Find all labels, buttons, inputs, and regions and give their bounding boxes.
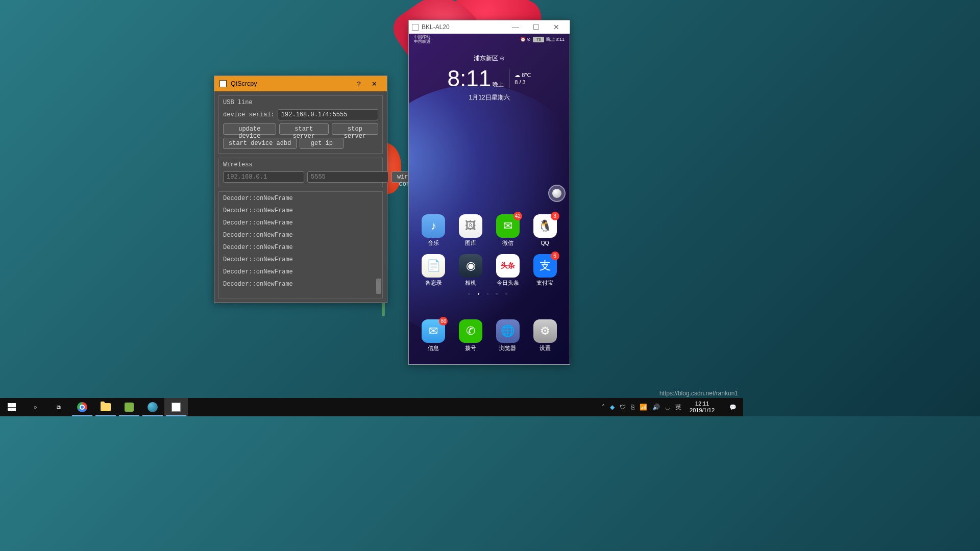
phone-screen[interactable]: 中国移动 中国联通 ⏰ ⊘ 78 晚上8:11 浦东新区 ⊙ 8:11晚上 ☁ …: [409, 34, 570, 364]
app-浏览器[interactable]: 🌐浏览器: [493, 319, 523, 352]
qt-title-text: QtScrcpy: [231, 80, 351, 87]
phone-minimize-button[interactable]: —: [505, 23, 526, 31]
phone-close-button[interactable]: ✕: [546, 23, 567, 31]
badge: 3: [551, 212, 559, 220]
windows-taskbar: ○ ⧉ ˄ ◆ 🛡 ⎘ 📶 🔊 ◡ 英 12:112019/1/12 💬: [0, 398, 743, 416]
device-serial-input[interactable]: [278, 109, 378, 120]
divider: [509, 69, 509, 88]
badge: 42: [513, 212, 522, 220]
app-label: 支付宝: [530, 280, 560, 287]
app-icon: 头条: [496, 254, 520, 278]
tray-sync-icon[interactable]: ⎘: [631, 404, 634, 411]
app-label: 拨号: [455, 345, 486, 352]
get-ip-button[interactable]: get ip: [300, 138, 344, 149]
weather-info: ☁ 8℃ 8 / 3: [514, 71, 531, 86]
tray-ime-label[interactable]: 英: [675, 403, 681, 412]
app-微信[interactable]: ✉微信42: [493, 214, 523, 247]
app-icon: ◉: [459, 254, 482, 278]
qt-close-button[interactable]: ✕: [366, 80, 382, 88]
app-设置[interactable]: ⚙设置: [530, 319, 560, 352]
start-server-button[interactable]: start server: [279, 123, 329, 135]
phone-mirror-window: BKL-AL20 — ☐ ✕ 中国移动 中国联通 ⏰ ⊘ 78 晚上8:11 浦…: [408, 20, 570, 365]
tray-chevron-icon[interactable]: ˄: [602, 404, 605, 411]
app-拨号[interactable]: ✆拨号: [455, 319, 486, 352]
device-serial-label: device serial:: [223, 111, 275, 118]
phone-title-text: BKL-AL20: [422, 23, 505, 31]
app-label: 浏览器: [493, 345, 523, 352]
log-line: Decoder::onNewFrame: [223, 207, 378, 214]
tray-volume-icon[interactable]: 🔊: [652, 404, 660, 411]
phone-titlebar[interactable]: BKL-AL20 — ☐ ✕: [409, 20, 570, 34]
log-line: Decoder::onNewFrame: [223, 232, 378, 239]
app-icon: 🖼: [459, 214, 482, 238]
app-相机[interactable]: ◉相机: [455, 254, 486, 287]
app-icon: ✆: [459, 319, 482, 343]
app-label: 相机: [455, 280, 486, 287]
app-label: 设置: [530, 345, 560, 352]
log-line: Decoder::onNewFrame: [223, 281, 378, 288]
phone-maximize-button[interactable]: ☐: [526, 23, 546, 31]
qt-help-button[interactable]: ?: [351, 80, 366, 88]
app-label: QQ: [530, 240, 560, 246]
app-音乐[interactable]: ♪音乐: [418, 214, 449, 247]
app-备忘录[interactable]: 📄备忘录: [418, 254, 449, 287]
wireless-group: Wireless wireless connect: [218, 158, 383, 187]
usb-group-title: USB line: [223, 99, 378, 106]
wireless-port-input[interactable]: [307, 171, 388, 183]
log-line: Decoder::onNewFrame: [223, 268, 378, 276]
log-scrollbar-thumb[interactable]: [376, 279, 381, 294]
app-label: 信息: [418, 345, 449, 352]
date-label: 1月12日星期六: [409, 93, 570, 102]
phone-dock: ✉信息86✆拨号🌐浏览器⚙设置: [409, 319, 570, 359]
start-device-adbd-button[interactable]: start device adbd: [223, 138, 297, 149]
app-信息[interactable]: ✉信息86: [418, 319, 449, 352]
app-icon: 📄: [422, 254, 445, 278]
taskbar-app-green[interactable]: [117, 398, 141, 416]
app-icon: ♪: [422, 214, 445, 238]
tray-wifi-icon[interactable]: 📶: [640, 404, 647, 411]
app-QQ[interactable]: 🐧QQ3: [530, 214, 560, 247]
taskbar-explorer[interactable]: [94, 398, 117, 416]
tray-shield-icon[interactable]: 🛡: [620, 404, 626, 411]
taskbar-chrome[interactable]: [70, 398, 94, 416]
log-output[interactable]: Decoder::onNewFrameDecoder::onNewFrameDe…: [218, 191, 383, 298]
qt-titlebar[interactable]: QtScrcpy ? ✕: [214, 76, 387, 91]
app-label: 备忘录: [418, 280, 449, 287]
taskbar-clock[interactable]: 12:112019/1/12: [687, 400, 718, 414]
phone-app-icon: [412, 24, 419, 31]
tray-ime-toggle-icon[interactable]: ◡: [665, 404, 670, 411]
wireless-ip-input[interactable]: [223, 171, 304, 183]
cortana-button[interactable]: ○: [23, 398, 47, 416]
app-icon: 🌐: [496, 319, 520, 343]
app-图库[interactable]: 🖼图库: [455, 214, 486, 247]
app-label: 今日头条: [493, 280, 523, 287]
usb-group: USB line device serial: update device st…: [218, 95, 383, 154]
badge: 6: [551, 252, 559, 260]
app-支付宝[interactable]: 支支付宝6: [530, 254, 560, 287]
qt-app-icon: [219, 80, 227, 87]
app-grid: ♪音乐🖼图库✉微信42🐧QQ3 📄备忘录◉相机头条今日头条支支付宝6 ○ ● ○…: [409, 214, 570, 295]
stop-server-button[interactable]: stop server: [332, 123, 378, 135]
app-label: 图库: [455, 240, 486, 247]
log-line: Decoder::onNewFrame: [223, 219, 378, 227]
notification-button[interactable]: 💬: [723, 398, 743, 416]
battery-icon: 78: [533, 37, 544, 42]
floating-nav-button[interactable]: [548, 185, 566, 202]
taskbar-qtscrcpy[interactable]: [164, 398, 188, 416]
start-button[interactable]: [0, 398, 23, 416]
qtscrcpy-window: QtScrcpy ? ✕ USB line device serial: upd…: [214, 76, 387, 303]
app-label: 微信: [493, 240, 523, 247]
app-今日头条[interactable]: 头条今日头条: [493, 254, 523, 287]
log-line: Decoder::onNewFrame: [223, 256, 378, 263]
status-time: 晚上8:11: [546, 36, 565, 43]
phone-status-bar: 中国移动 中国联通 ⏰ ⊘ 78 晚上8:11: [409, 34, 570, 45]
task-view-button[interactable]: ⧉: [47, 398, 70, 416]
tray-app-icon[interactable]: ◆: [610, 404, 615, 411]
clock-weather-widget[interactable]: 浦东新区 ⊙ 8:11晚上 ☁ 8℃ 8 / 3 1月12日星期六: [409, 45, 570, 102]
update-device-button[interactable]: update device: [223, 123, 276, 135]
system-tray: ˄ ◆ 🛡 ⎘ 📶 🔊 ◡ 英 12:112019/1/12: [597, 400, 723, 414]
page-indicator[interactable]: ○ ● ○ ○ ○: [415, 292, 564, 295]
app-icon: ⚙: [533, 319, 557, 343]
taskbar-app-blue[interactable]: [141, 398, 164, 416]
location-label: 浦东新区 ⊙: [409, 54, 570, 63]
